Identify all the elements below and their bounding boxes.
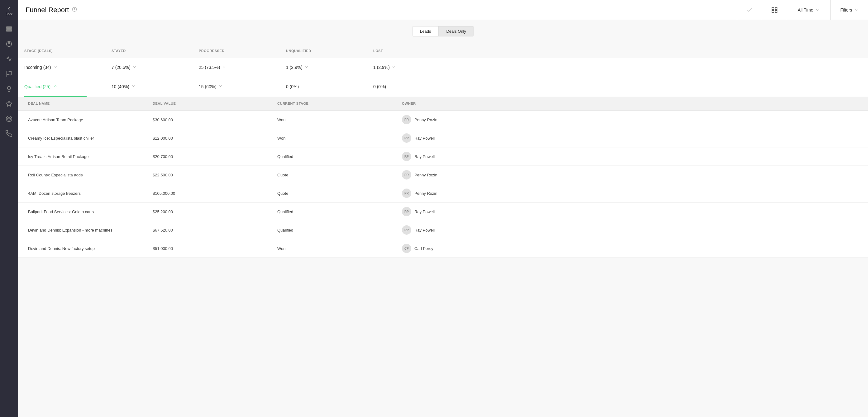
deal-name-3: Roll County: Especialista adds bbox=[28, 173, 153, 177]
header-title-area: Funnel Report bbox=[18, 6, 737, 14]
deal-value-7: $51,000.00 bbox=[153, 246, 277, 251]
deal-stage-0: Won bbox=[277, 118, 402, 122]
sidebar-icon-flag[interactable] bbox=[3, 68, 15, 80]
qualified-unqualified: 0 (0%) bbox=[286, 79, 373, 94]
deal-name-0: Azucar: Artisan Team Package bbox=[28, 118, 153, 122]
deal-row: Roll County: Especialista adds $22,500.0… bbox=[18, 166, 868, 184]
back-button[interactable]: Back bbox=[4, 4, 14, 18]
back-label: Back bbox=[6, 12, 12, 16]
svg-rect-0 bbox=[6, 27, 12, 28]
owner-name-3: Penny Rozin bbox=[414, 173, 437, 177]
deal-row: Creamy Ice: Especialista blast chiller $… bbox=[18, 129, 868, 147]
deal-row: Icy Treatz: Artisan Retail Package $20,7… bbox=[18, 147, 868, 166]
grid-button[interactable] bbox=[762, 0, 787, 20]
filters-button[interactable]: Filters bbox=[831, 0, 868, 20]
toggle-area: Leads Deals Only bbox=[18, 26, 868, 36]
qualified-label: Qualified (25) bbox=[24, 84, 51, 89]
sidebar-icon-target[interactable] bbox=[3, 113, 15, 125]
qualified-stayed: 10 (40%) bbox=[112, 79, 199, 94]
deals-only-toggle[interactable]: Deals Only bbox=[439, 27, 473, 36]
page-header: Funnel Report bbox=[18, 0, 868, 20]
header-actions: All Time Filters bbox=[737, 0, 868, 20]
incoming-progressed-chevron[interactable] bbox=[222, 65, 226, 70]
svg-rect-1 bbox=[6, 29, 12, 30]
deal-owner-2: RP Ray Powell bbox=[402, 152, 858, 161]
owner-name-4: Penny Rozin bbox=[414, 191, 437, 196]
stage-row-incoming: Incoming (34) 7 (20.6%) bbox=[18, 58, 868, 77]
sidebar-icon-star[interactable] bbox=[3, 97, 15, 110]
deals-expanded-section: Deal Name Deal Value Current Stage Owner… bbox=[18, 97, 868, 258]
deal-value-6: $67,520.00 bbox=[153, 228, 277, 233]
check-button[interactable] bbox=[737, 0, 762, 20]
owner-name-0: Penny Rozin bbox=[414, 118, 437, 122]
view-toggle: Leads Deals Only bbox=[412, 26, 474, 36]
sidebar-icon-phone[interactable] bbox=[3, 127, 15, 140]
header-progressed: Progressed bbox=[199, 47, 286, 55]
header-stayed: Stayed bbox=[112, 47, 199, 55]
incoming-unqualified-chevron[interactable] bbox=[304, 65, 309, 70]
deals-col-value: Deal Value bbox=[153, 100, 277, 107]
owner-name-6: Ray Powell bbox=[414, 228, 435, 233]
qualified-progressed: 15 (60%) bbox=[199, 79, 286, 94]
deal-owner-7: CP Carl Percy bbox=[402, 244, 858, 253]
incoming-lost-chevron[interactable] bbox=[392, 65, 396, 70]
deal-row: Ballpark Food Services: Gelato carts $25… bbox=[18, 203, 868, 221]
deal-value-0: $30,600.00 bbox=[153, 118, 277, 122]
deal-name-2: Icy Treatz: Artisan Retail Package bbox=[28, 154, 153, 159]
deal-row: Devin and Dennis: New factory setup $51,… bbox=[18, 239, 868, 258]
incoming-stage-row-wrapper: Incoming (34) 7 (20.6%) bbox=[18, 58, 868, 77]
incoming-chevron-icon[interactable] bbox=[54, 65, 58, 70]
header-stage: Stage (Deals) bbox=[24, 47, 112, 55]
header-lost: Lost bbox=[373, 47, 862, 55]
svg-rect-2 bbox=[6, 31, 12, 31]
avatar-3: PR bbox=[402, 170, 411, 180]
avatar-6: RP bbox=[402, 225, 411, 235]
avatar-1: RP bbox=[402, 133, 411, 143]
incoming-label: Incoming (34) bbox=[24, 65, 51, 70]
deal-owner-3: PR Penny Rozin bbox=[402, 170, 858, 180]
sidebar-icon-palette[interactable] bbox=[3, 38, 15, 50]
sidebar-icon-lightbulb[interactable] bbox=[3, 83, 15, 95]
deal-name-5: Ballpark Food Services: Gelato carts bbox=[28, 209, 153, 214]
avatar-4: PR bbox=[402, 188, 411, 198]
owner-name-5: Ray Powell bbox=[414, 209, 435, 214]
deal-stage-2: Qualified bbox=[277, 154, 402, 159]
qualified-stage-name[interactable]: Qualified (25) bbox=[24, 79, 112, 94]
deal-value-4: $105,000.00 bbox=[153, 191, 277, 196]
deal-value-3: $22,500.00 bbox=[153, 173, 277, 177]
leads-toggle[interactable]: Leads bbox=[412, 27, 439, 36]
incoming-stayed-chevron[interactable] bbox=[132, 65, 137, 70]
deals-col-name: Deal Name bbox=[28, 100, 153, 107]
sidebar-icon-list[interactable] bbox=[3, 23, 15, 35]
incoming-stage-name[interactable]: Incoming (34) bbox=[24, 60, 112, 75]
main-area: Funnel Report bbox=[18, 0, 868, 417]
content-area: Leads Deals Only Stage (Deals) Stayed Pr… bbox=[18, 20, 868, 417]
incoming-unqualified: 1 (2.9%) bbox=[286, 60, 373, 75]
deal-owner-4: PR Penny Rozin bbox=[402, 188, 858, 198]
info-icon[interactable] bbox=[72, 7, 77, 13]
sidebar-icon-activity[interactable] bbox=[3, 53, 15, 65]
qualified-stayed-chevron[interactable] bbox=[131, 84, 135, 89]
svg-rect-14 bbox=[772, 10, 774, 12]
avatar-5: RP bbox=[402, 207, 411, 216]
deal-owner-0: PR Penny Rozin bbox=[402, 115, 858, 124]
qualified-stage-row-wrapper: Qualified (25) 10 (40%) bbox=[18, 77, 868, 97]
deal-name-1: Creamy Ice: Especialista blast chiller bbox=[28, 136, 153, 141]
deal-stage-4: Quote bbox=[277, 191, 402, 196]
qualified-chevron-icon[interactable] bbox=[53, 84, 57, 89]
deal-stage-5: Qualified bbox=[277, 209, 402, 214]
owner-name-2: Ray Powell bbox=[414, 154, 435, 159]
deal-row: Azucar: Artisan Team Package $30,600.00 … bbox=[18, 111, 868, 129]
svg-rect-12 bbox=[772, 7, 774, 9]
avatar-0: PR bbox=[402, 115, 411, 124]
qualified-progressed-chevron[interactable] bbox=[218, 84, 223, 89]
sidebar: Back bbox=[0, 0, 18, 417]
deal-name-4: 4AM: Dozen storage freezers bbox=[28, 191, 153, 196]
deal-stage-6: Qualified bbox=[277, 228, 402, 233]
time-filter-label: All Time bbox=[798, 7, 813, 12]
header-unqualified: Unqualified bbox=[286, 47, 373, 55]
time-filter-button[interactable]: All Time bbox=[787, 0, 831, 20]
svg-rect-13 bbox=[775, 7, 777, 9]
owner-name-7: Carl Percy bbox=[414, 246, 433, 251]
avatar-7: CP bbox=[402, 244, 411, 253]
